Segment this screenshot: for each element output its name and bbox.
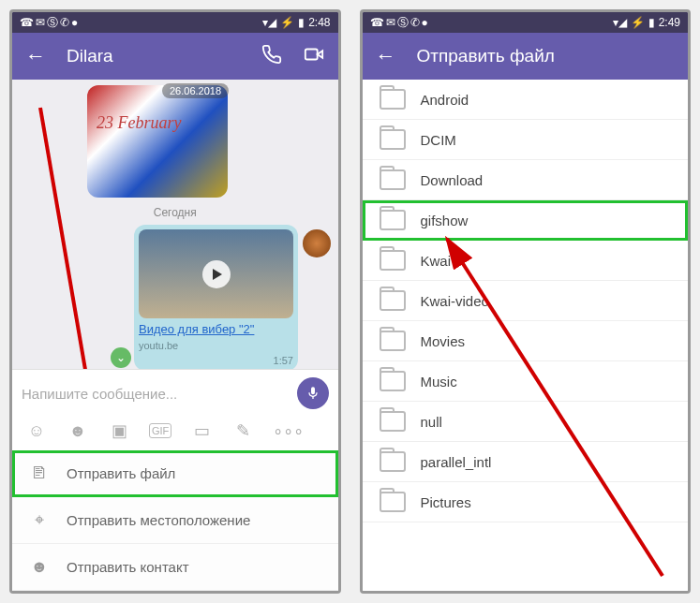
- status-icons-left: ☎✉Ⓢ✆●: [20, 15, 78, 31]
- file-browser-screen: ☎✉Ⓢ✆● ▾◢⚡▮ 2:49 ← Отправить файл Android…: [360, 9, 692, 594]
- play-icon[interactable]: [202, 260, 231, 288]
- folder-icon: [380, 411, 406, 432]
- send-contact-label: Отправить контакт: [67, 559, 189, 575]
- folder-item[interactable]: Download: [363, 160, 689, 200]
- more-icon[interactable]: ∘∘∘: [273, 420, 295, 441]
- svg-rect-0: [305, 49, 317, 59]
- status-time: 2:48: [308, 16, 330, 29]
- sticker-icon[interactable]: ☺: [25, 421, 48, 441]
- message-input[interactable]: Напишите сообщение...: [22, 386, 297, 402]
- viber-chat-screen: ☎✉Ⓢ✆● ▾◢⚡▮ 2:48 ← Dilara 26.06.2018 Сего…: [9, 9, 341, 594]
- folder-item[interactable]: Kwai: [363, 241, 689, 281]
- folder-name: Pictures: [421, 494, 471, 510]
- folder-icon: [380, 331, 406, 351]
- folder-item[interactable]: Kwai-video: [363, 281, 689, 321]
- message-image[interactable]: [87, 85, 228, 198]
- message-composer: Напишите сообщение... ☺ ☻ ▣ GIF ▭ ✎ ∘∘∘ …: [12, 369, 338, 591]
- folder-item[interactable]: Android: [363, 80, 689, 120]
- folder-item[interactable]: parallel_intl: [363, 442, 689, 482]
- video-message-bubble[interactable]: Видео для вибер "2" youtu.be 1:57: [134, 225, 298, 369]
- folder-name: null: [421, 414, 442, 430]
- file-icon: 🖹: [29, 463, 50, 483]
- folder-item[interactable]: Music: [363, 361, 689, 402]
- emoji-icon[interactable]: ☻: [67, 421, 89, 441]
- chat-body: 26.06.2018 Сегодня Видео для вибер "2" y…: [12, 80, 338, 369]
- folder-icon: [380, 250, 406, 271]
- mic-button[interactable]: [297, 377, 329, 409]
- file-browser-header: ← Отправить файл: [363, 33, 689, 80]
- send-location-label: Отправить местоположение: [67, 512, 250, 528]
- folder-icon: [380, 371, 406, 391]
- back-icon[interactable]: ←: [25, 44, 46, 68]
- folder-item[interactable]: null: [363, 402, 689, 442]
- folder-item[interactable]: Pictures: [363, 482, 689, 522]
- scroll-to-bottom-icon[interactable]: ⌄: [111, 347, 131, 368]
- attachment-panel: 🖹 Отправить файл ⌖ Отправить местоположе…: [12, 450, 338, 591]
- folder-icon: [380, 451, 406, 472]
- gif-icon[interactable]: GIF: [149, 423, 171, 438]
- video-thumbnail[interactable]: [139, 229, 293, 318]
- send-file-option[interactable]: 🖹 Отправить файл: [12, 450, 338, 497]
- status-time: 2:49: [659, 16, 680, 29]
- chat-title[interactable]: Dilara: [67, 46, 241, 66]
- status-icons-left: ☎✉Ⓢ✆●: [370, 15, 428, 31]
- send-file-label: Отправить файл: [67, 465, 175, 481]
- status-bar: ☎✉Ⓢ✆● ▾◢⚡▮ 2:49: [363, 12, 689, 33]
- camera-icon[interactable]: ▣: [108, 420, 130, 441]
- message-date: 26.06.2018: [162, 83, 229, 98]
- folder-icon: [380, 492, 406, 512]
- folder-name: gifshow: [421, 213, 469, 228]
- status-bar: ☎✉Ⓢ✆● ▾◢⚡▮ 2:48: [12, 12, 338, 33]
- folder-icon: [380, 89, 406, 110]
- send-location-option[interactable]: ⌖ Отправить местоположение: [12, 497, 338, 544]
- chat-header: ← Dilara: [12, 33, 338, 80]
- today-divider: Сегодня: [12, 206, 338, 219]
- location-icon: ⌖: [29, 510, 50, 530]
- file-list[interactable]: AndroidDCIMDownloadgifshowKwaiKwai-video…: [363, 80, 689, 591]
- folder-name: Android: [421, 92, 469, 108]
- message-time: 1:57: [139, 355, 293, 366]
- folder-item[interactable]: Movies: [363, 321, 689, 361]
- folder-icon: [380, 210, 406, 230]
- folder-name: Music: [421, 374, 457, 390]
- folder-icon: [380, 129, 406, 150]
- video-link[interactable]: Видео для вибер "2": [139, 322, 293, 336]
- status-icons-right: ▾◢⚡▮ 2:48: [262, 16, 330, 29]
- folder-name: Kwai-video: [421, 293, 489, 309]
- folder-item[interactable]: gifshow: [363, 200, 689, 241]
- folder-name: DCIM: [421, 132, 456, 148]
- back-icon[interactable]: ←: [376, 44, 396, 68]
- doodle-icon[interactable]: ✎: [231, 420, 254, 441]
- call-icon[interactable]: [261, 44, 282, 69]
- folder-name: Download: [421, 172, 484, 188]
- status-icons-right: ▾◢⚡▮ 2:49: [613, 16, 680, 29]
- gallery-icon[interactable]: ▭: [190, 420, 213, 441]
- video-source: youtu.be: [139, 340, 178, 351]
- folder-name: Kwai: [421, 253, 452, 269]
- folder-icon: [380, 290, 406, 311]
- send-contact-option[interactable]: ☻ Отправить контакт: [12, 544, 338, 591]
- folder-item[interactable]: DCIM: [363, 120, 689, 160]
- folder-name: Movies: [421, 333, 466, 349]
- screen-title: Отправить файл: [417, 46, 676, 66]
- folder-name: parallel_intl: [421, 454, 492, 470]
- contact-icon: ☻: [29, 557, 50, 577]
- video-call-icon[interactable]: [303, 44, 325, 69]
- sender-avatar[interactable]: [303, 229, 331, 257]
- folder-icon: [380, 169, 406, 190]
- attachment-shortcuts: ☺ ☻ ▣ GIF ▭ ✎ ∘∘∘: [12, 417, 338, 450]
